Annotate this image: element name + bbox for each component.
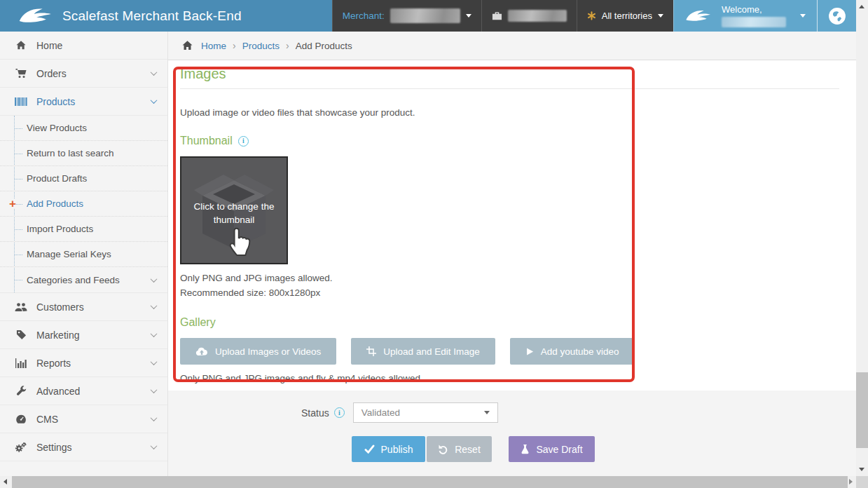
upload-and-edit-image-button[interactable]: Upload and Edit Image — [351, 338, 495, 365]
globe-icon — [828, 7, 846, 25]
sidebar-item-add-products[interactable]: + Add Products — [0, 191, 167, 217]
thumbnail-title: Thumbnail — [180, 135, 233, 147]
plus-icon: + — [9, 199, 16, 209]
breadcrumb-separator: › — [233, 40, 236, 51]
publish-button[interactable]: Publish — [352, 436, 425, 462]
sidebar-item-label: Products — [36, 96, 75, 107]
scroll-down-arrow-icon[interactable] — [859, 468, 864, 471]
thumbnail-note-1: Only PNG and JPG images allowed. — [180, 271, 839, 285]
sidebar-item-categories-and-feeds[interactable]: Categories and Feeds — [0, 267, 167, 292]
scroll-up-arrow-icon[interactable] — [859, 5, 864, 8]
thumbnail-upload-widget[interactable]: Click to change the thumbnail — [180, 156, 288, 264]
store-selector[interactable] — [481, 0, 577, 32]
button-label: Upload and Edit Image — [383, 346, 479, 357]
scroll-left-arrow-icon[interactable] — [4, 479, 7, 484]
tag-icon — [14, 330, 28, 340]
breadcrumb-link-home[interactable]: Home — [201, 41, 226, 51]
briefcase-icon — [492, 11, 502, 21]
brand: Scalefast Merchant Back-End — [0, 0, 242, 32]
sidebar-item-label: Advanced — [36, 386, 80, 397]
sidebar-item-label: Import Products — [27, 224, 93, 234]
home-icon — [14, 40, 28, 50]
sidebar-item-label: Categories and Feeds — [27, 275, 120, 285]
chevron-down-icon — [151, 358, 158, 365]
sidebar-item-reports[interactable]: Reports — [0, 349, 167, 377]
status-label: Status — [301, 407, 329, 419]
scalefast-wing-icon — [685, 8, 713, 24]
chevron-down-icon — [151, 386, 158, 393]
sidebar-item-settings[interactable]: Settings — [0, 433, 167, 461]
button-label: Reset — [455, 444, 481, 455]
gallery-buttons-row: Upload Images or Videos Upload and Edit … — [180, 338, 839, 365]
chevron-down-icon — [151, 330, 158, 337]
sidebar-item-product-drafts[interactable]: Product Drafts — [0, 166, 167, 191]
save-draft-button[interactable]: Save Draft — [509, 436, 595, 462]
scalefast-wing-logo-icon — [18, 6, 55, 26]
breadcrumb-current: Add Products — [296, 41, 352, 51]
sidebar: Home Orders Products View Products Retur… — [0, 32, 168, 476]
sidebar-item-customers[interactable]: Customers — [0, 293, 167, 321]
sidebar-item-orders[interactable]: Orders — [0, 60, 167, 88]
sidebar-item-manage-serial-keys[interactable]: Manage Serial Keys — [0, 242, 167, 267]
flask-icon — [521, 444, 530, 454]
territories-label: All territories — [602, 11, 652, 21]
bar-chart-icon — [14, 358, 28, 368]
gears-icon — [14, 442, 28, 453]
sidebar-item-label: Home — [36, 40, 62, 51]
status-footer: Status i Validated Publish Reset — [168, 391, 856, 476]
sidebar-item-marketing[interactable]: Marketing — [0, 321, 167, 349]
undo-icon — [438, 444, 448, 454]
sidebar-item-label: CMS — [36, 414, 58, 425]
info-icon[interactable]: i — [334, 407, 345, 418]
add-youtube-video-button[interactable]: Add youtube video — [510, 338, 635, 365]
users-icon — [14, 302, 28, 312]
sidebar-item-return-to-last-search[interactable]: Return to last search — [0, 141, 167, 166]
home-icon — [181, 40, 193, 51]
breadcrumb: Home › Products › Add Products — [168, 32, 856, 60]
merchant-selector[interactable]: Merchant: — [332, 0, 481, 32]
sidebar-item-advanced[interactable]: Advanced — [0, 377, 167, 405]
images-section-title: Images — [180, 66, 839, 89]
sidebar-item-home[interactable]: Home — [0, 32, 167, 60]
sidebar-item-import-products[interactable]: Import Products — [0, 217, 167, 242]
breadcrumb-link-products[interactable]: Products — [242, 41, 280, 51]
horizontal-scrollbar[interactable] — [0, 476, 856, 488]
crop-icon — [366, 346, 376, 356]
upload-images-or-videos-button[interactable]: Upload Images or Videos — [180, 338, 336, 365]
button-label: Publish — [381, 444, 413, 455]
gallery-title: Gallery — [180, 316, 216, 329]
horizontal-scrollbar-thumb[interactable] — [12, 476, 848, 488]
thumbnail-note-2: Recommended size: 800x1280px — [180, 285, 839, 300]
status-select[interactable]: Validated — [353, 402, 498, 423]
vertical-scrollbar-thumb[interactable] — [856, 372, 868, 448]
caret-down-icon — [466, 14, 471, 18]
info-icon[interactable]: i — [238, 136, 249, 147]
vertical-scrollbar[interactable] — [856, 0, 868, 476]
sidebar-item-label: Product Drafts — [27, 173, 87, 184]
sidebar-item-label: Orders — [36, 68, 67, 79]
merchant-label: Merchant: — [343, 11, 385, 21]
sidebar-item-label: Return to last search — [27, 148, 114, 158]
hand-cursor-icon — [225, 222, 257, 259]
welcome-label: Welcome, — [722, 4, 786, 15]
redacted-user-name — [722, 17, 786, 27]
territories-selector[interactable]: All territories — [577, 0, 673, 32]
sidebar-item-view-products[interactable]: View Products — [0, 116, 167, 141]
sidebar-item-cms[interactable]: CMS — [0, 405, 167, 433]
play-icon — [525, 347, 534, 356]
redacted-merchant-value — [390, 8, 460, 23]
reset-button[interactable]: Reset — [427, 436, 492, 462]
scrollbar-corner — [856, 476, 868, 488]
scroll-right-arrow-icon[interactable] — [849, 479, 853, 484]
gallery-note: Only PNG and JPG images and flv & mp4 vi… — [180, 371, 839, 386]
chevron-down-icon — [151, 97, 158, 104]
sidebar-item-label: Manage Serial Keys — [27, 249, 111, 259]
caret-down-icon — [800, 14, 806, 18]
user-menu[interactable]: Welcome, — [673, 0, 817, 32]
language-globe-button[interactable] — [817, 0, 856, 32]
sidebar-item-products[interactable]: Products — [0, 88, 167, 116]
chevron-down-icon — [151, 442, 158, 449]
actions-row: Publish Reset Save Draft — [352, 436, 856, 462]
brand-title: Scalefast Merchant Back-End — [62, 8, 242, 24]
status-row: Status i Validated — [301, 402, 856, 423]
